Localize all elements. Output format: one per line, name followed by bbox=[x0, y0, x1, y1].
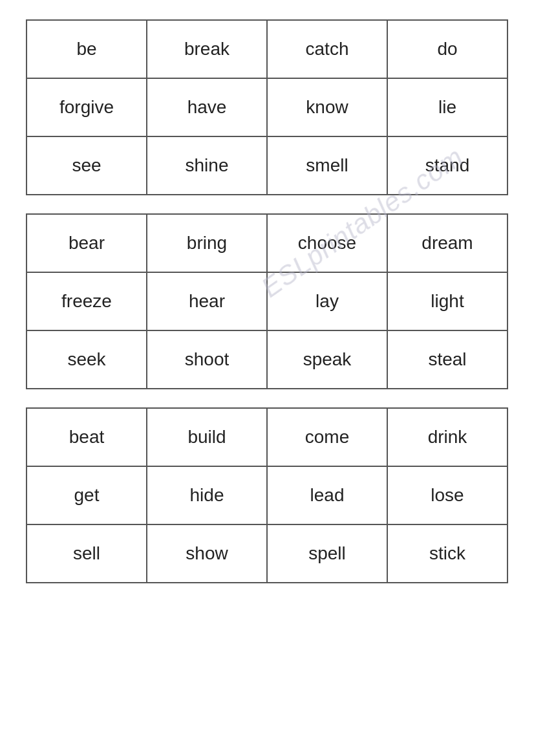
table-cell: spell bbox=[267, 524, 387, 583]
table-cell: sell bbox=[27, 524, 147, 583]
table-cell: light bbox=[387, 272, 507, 330]
table-cell: freeze bbox=[27, 272, 147, 330]
table-3: beatbuildcomedrinkgethideleadlosesellsho… bbox=[26, 407, 508, 583]
table-cell: bring bbox=[147, 214, 267, 272]
table-cell: build bbox=[147, 408, 267, 466]
table-cell: get bbox=[27, 466, 147, 524]
table-2: bearbringchoosedreamfreezehearlaylightse… bbox=[26, 213, 508, 389]
table-cell: lead bbox=[267, 466, 387, 524]
table-cell: bear bbox=[27, 214, 147, 272]
table-cell: choose bbox=[267, 214, 387, 272]
table-1: bebreakcatchdoforgivehaveknowlieseeshine… bbox=[26, 19, 508, 195]
table-cell: stand bbox=[387, 136, 507, 195]
table-cell: lose bbox=[387, 466, 507, 524]
table-cell: come bbox=[267, 408, 387, 466]
table-cell: seek bbox=[27, 330, 147, 389]
table-cell: steal bbox=[387, 330, 507, 389]
table-cell: drink bbox=[387, 408, 507, 466]
table-cell: shine bbox=[147, 136, 267, 195]
table-cell: catch bbox=[267, 20, 387, 78]
table-cell: have bbox=[147, 78, 267, 136]
table-cell: lay bbox=[267, 272, 387, 330]
table-cell: be bbox=[27, 20, 147, 78]
table-cell: hear bbox=[147, 272, 267, 330]
table-cell: do bbox=[387, 20, 507, 78]
table-cell: see bbox=[27, 136, 147, 195]
table-cell: speak bbox=[267, 330, 387, 389]
table-cell: show bbox=[147, 524, 267, 583]
table-cell: know bbox=[267, 78, 387, 136]
table-cell: hide bbox=[147, 466, 267, 524]
table-cell: lie bbox=[387, 78, 507, 136]
table-cell: break bbox=[147, 20, 267, 78]
table-cell: shoot bbox=[147, 330, 267, 389]
table-cell: beat bbox=[27, 408, 147, 466]
table-cell: forgive bbox=[27, 78, 147, 136]
table-cell: stick bbox=[387, 524, 507, 583]
table-cell: smell bbox=[267, 136, 387, 195]
table-cell: dream bbox=[387, 214, 507, 272]
